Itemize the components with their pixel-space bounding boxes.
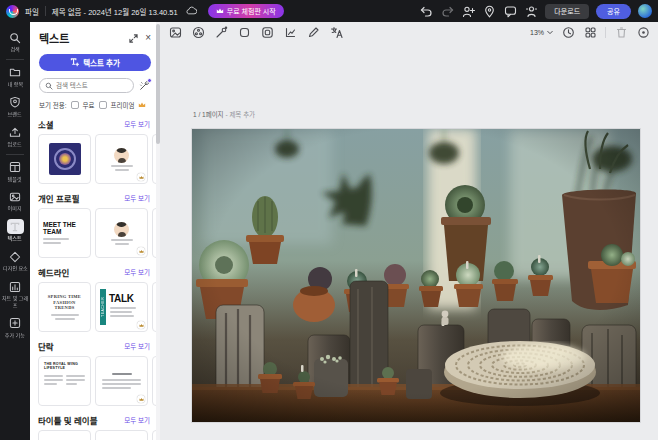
section-title: 헤드라인 (38, 266, 69, 278)
template-thumb-paragraph[interactable] (95, 356, 148, 406)
location-pin-icon[interactable] (482, 4, 496, 18)
see-all-link[interactable]: 모두 보기 (124, 341, 150, 351)
section-paragraph: 단락 모두 보기 THE ROYAL WING LIFESTYLE (30, 340, 160, 406)
section-headline: 헤드라인 모두 보기 SPRING TIME FASHION TRENDS TE… (30, 266, 160, 332)
redo-icon[interactable] (440, 4, 454, 18)
style-filter-icon[interactable] (138, 79, 151, 92)
divider (45, 6, 46, 16)
user-avatar[interactable] (638, 4, 652, 18)
pages-grid-icon[interactable] (583, 25, 597, 39)
canvas-photo[interactable] (192, 129, 640, 422)
chevron-down-icon (547, 30, 553, 35)
filter-label: 보기 전용: (39, 100, 67, 110)
section-personal-profile: 개인 프로필 모두 보기 MEET THE TEAM Sk (30, 192, 160, 258)
canvas-area: 13% 1 / 1페이지 - 제목 추가 (160, 22, 658, 440)
section-title: 타이틀 및 레이블 (38, 414, 97, 426)
draw-tool-icon[interactable] (306, 25, 320, 39)
premium-checkbox[interactable] (99, 101, 107, 109)
cloud-saved-icon (184, 4, 198, 18)
divider (6, 154, 24, 155)
expand-panel-icon[interactable] (129, 29, 138, 47)
filter-row: 보기 전용: 무료 프리미엄 (39, 100, 151, 110)
free-trial-button[interactable]: 무료 체험판 시작 (208, 4, 284, 18)
undo-icon[interactable] (419, 4, 433, 18)
text-panel: 텍스트 × 텍스트 추가 보기 전용: 무료 프리미엄 소셜 모두 보기 (30, 22, 160, 440)
free-label: 무료 (83, 100, 95, 110)
template-thumb-teacher-talk[interactable]: TEACHER TALK (95, 282, 148, 332)
panel-title: 텍스트 (39, 30, 69, 46)
filter-active-dot (147, 78, 152, 83)
images-icon (7, 189, 24, 204)
premium-crown-badge (137, 395, 145, 403)
vertical-label: TEACHER (100, 289, 106, 325)
template-thumb-future-ceo[interactable]: future CEO (38, 430, 91, 440)
divider (605, 27, 606, 38)
template-thumb-profile-card[interactable] (95, 134, 148, 184)
premium-crown-badge (137, 173, 145, 181)
sidebar-item-text[interactable]: 텍스트 (0, 216, 30, 246)
panel-scrollbar-thumb[interactable] (156, 24, 160, 144)
add-text-button[interactable]: 텍스트 추가 (39, 54, 151, 71)
emblem-graphic (49, 143, 81, 175)
see-all-link[interactable]: 모두 보기 (124, 193, 150, 203)
portrait-illustration (114, 148, 129, 163)
apps-icon (7, 316, 24, 331)
upload-icon (7, 125, 24, 140)
sidebar-item-charts[interactable]: 차트 및 그래프 (0, 276, 30, 313)
templates-icon (7, 160, 24, 175)
sidebar-item-templates[interactable]: 템플릿 (0, 157, 30, 187)
comments-icon[interactable] (503, 4, 517, 18)
zoom-selector[interactable]: 13% (530, 29, 553, 36)
position-target-icon[interactable] (636, 25, 650, 39)
file-menu[interactable]: 파일 (25, 6, 39, 17)
see-all-link[interactable]: 모두 보기 (124, 267, 150, 277)
search-icon (7, 30, 24, 45)
free-trial-label: 무료 체험판 시작 (227, 6, 276, 16)
see-all-link[interactable]: 모두 보기 (124, 415, 150, 425)
delete-page-icon[interactable] (614, 25, 628, 39)
document-title[interactable]: 제목 없음 - 2024년 12월 26일 13.40.51 (52, 6, 178, 17)
section-title: 개인 프로필 (38, 192, 79, 204)
template-thumb-profile-card[interactable] (95, 208, 148, 258)
add-title-hint[interactable]: - 제목 추가 (225, 111, 255, 118)
page-label[interactable]: 1 / 1페이지 - 제목 추가 (193, 109, 255, 119)
charts-icon (7, 279, 24, 294)
sidebar-item-design-elements[interactable]: 디자인 요소 (0, 246, 30, 276)
text-icon (7, 219, 24, 234)
search-input[interactable] (56, 82, 126, 89)
template-thumb-label-list[interactable] (95, 430, 148, 440)
retouch-tool-icon[interactable] (214, 25, 228, 39)
sidebar-item-uploads[interactable]: 업로드 (0, 122, 30, 152)
sidebar-item-search[interactable]: 검색 (0, 27, 30, 57)
image-tool-icon[interactable] (168, 25, 182, 39)
invite-member-icon[interactable] (461, 4, 475, 18)
history-icon[interactable] (561, 25, 575, 39)
charts-tool-icon[interactable] (283, 25, 297, 39)
template-thumb-royal-wing[interactable]: THE ROYAL WING LIFESTYLE (38, 356, 91, 406)
brand-shield-icon (7, 95, 24, 110)
search-box[interactable] (39, 78, 134, 93)
close-panel-icon[interactable]: × (145, 33, 151, 43)
template-thumb-spring-fashion[interactable]: SPRING TIME FASHION TRENDS (38, 282, 91, 332)
sidebar-item-brand[interactable]: 브랜드 (0, 92, 30, 122)
template-thumb-meet-team[interactable]: MEET THE TEAM (38, 208, 91, 258)
crop-tool-icon[interactable] (237, 25, 251, 39)
see-all-link[interactable]: 모두 보기 (124, 119, 150, 129)
frames-tool-icon[interactable] (260, 25, 274, 39)
topbar: 파일 제목 없음 - 2024년 12월 26일 13.40.51 무료 체험판… (0, 0, 658, 22)
canva-logo-icon[interactable] (6, 5, 19, 18)
sidebar-item-my-items[interactable]: 내 항목 (0, 62, 30, 92)
crown-icon (216, 7, 224, 15)
template-thumb-emblem[interactable] (38, 134, 91, 184)
free-checkbox[interactable] (71, 101, 79, 109)
sidebar-item-images[interactable]: 이미지 (0, 186, 30, 216)
sidebar-item-apps[interactable]: 추가 기능 (0, 313, 30, 343)
share-button[interactable]: 공유 (596, 4, 631, 19)
filters-tool-icon[interactable] (191, 25, 205, 39)
text-plus-icon (70, 58, 79, 67)
present-icon[interactable] (524, 4, 538, 18)
translate-tool-icon[interactable] (329, 25, 343, 39)
elements-icon (7, 249, 24, 264)
section-title: 소셜 (38, 118, 54, 130)
download-button[interactable]: 다운로드 (545, 4, 589, 19)
